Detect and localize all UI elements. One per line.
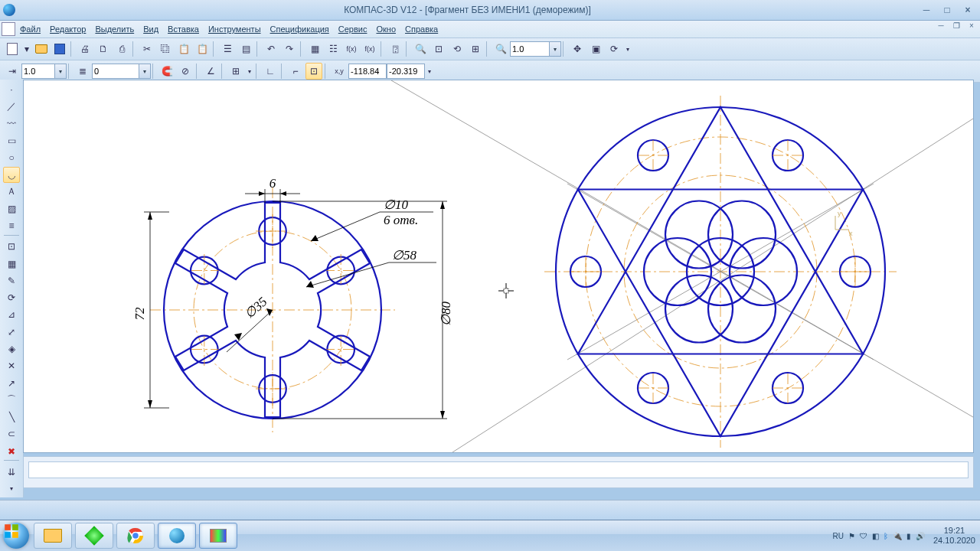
- new-dropdown[interactable]: ▾: [22, 41, 31, 57]
- ortho-button[interactable]: ∟: [262, 63, 279, 80]
- menu-help[interactable]: Справка: [405, 24, 438, 34]
- pan-button[interactable]: ✥: [569, 41, 586, 57]
- mdi-restore[interactable]: ❐: [949, 20, 963, 31]
- point-tool[interactable]: ·: [3, 82, 20, 97]
- modify-tool[interactable]: ✎: [3, 273, 20, 289]
- measure-tool[interactable]: ⊡: [3, 239, 20, 254]
- taskbar-kompas[interactable]: [158, 523, 196, 549]
- zoom-field[interactable]: [510, 41, 550, 57]
- scale-tool[interactable]: ⤢: [3, 324, 20, 340]
- list-button[interactable]: ▤: [237, 41, 254, 57]
- properties-button[interactable]: ☰: [219, 41, 236, 57]
- new-button[interactable]: [4, 41, 21, 57]
- command-input[interactable]: [28, 461, 969, 478]
- grid-button[interactable]: ⊞: [227, 63, 244, 80]
- paste-button[interactable]: 📋: [175, 41, 192, 57]
- grid-drop[interactable]: ▾: [246, 63, 253, 80]
- copy-button[interactable]: ⿻: [157, 41, 174, 57]
- grid-toggle[interactable]: ▦: [306, 41, 323, 57]
- step-field[interactable]: [21, 64, 55, 79]
- paste-special-button[interactable]: 📋: [194, 41, 211, 57]
- layer-icon[interactable]: ≣: [74, 63, 91, 80]
- menu-edit[interactable]: Редактор: [50, 24, 86, 34]
- rect-tool[interactable]: ▭: [3, 133, 20, 148]
- zoom-window-button[interactable]: ⊡: [430, 41, 447, 57]
- taskbar-app-1[interactable]: [75, 523, 113, 549]
- zoom-dropdown[interactable]: ▾: [549, 41, 561, 57]
- drawing-canvas[interactable]: .thin{stroke:#000;stroke-width:0.8;fill:…: [23, 80, 974, 453]
- fillet-tool[interactable]: ⌒: [3, 393, 20, 408]
- chamfer-tool[interactable]: ╲: [3, 409, 20, 425]
- toolbar-overflow[interactable]: ▾: [624, 41, 632, 57]
- trim-tool[interactable]: ✕: [3, 358, 20, 373]
- mdi-minimize[interactable]: ─: [934, 20, 948, 31]
- snap-mode-button[interactable]: ⊡: [305, 63, 322, 80]
- coord-x-field[interactable]: [348, 64, 387, 79]
- taskbar-chrome[interactable]: [116, 523, 155, 549]
- step-dropdown[interactable]: ▾: [54, 64, 67, 79]
- step-button[interactable]: ⇥: [4, 63, 21, 80]
- tray-volume-icon[interactable]: 🔊: [916, 532, 925, 540]
- variables-button[interactable]: f(x): [361, 41, 378, 57]
- fx-button[interactable]: f(x): [343, 41, 360, 57]
- dimension-tool[interactable]: Ａ: [3, 184, 20, 200]
- tray-flag-icon[interactable]: ⚑: [848, 532, 855, 540]
- cancel-tool[interactable]: ✖: [3, 444, 20, 459]
- print-button[interactable]: 🖨: [77, 41, 93, 57]
- save-button[interactable]: [51, 41, 68, 57]
- line-tool[interactable]: ／: [3, 99, 20, 114]
- table-tool[interactable]: ▦: [3, 256, 20, 271]
- taskbar-explorer[interactable]: [34, 523, 72, 549]
- offset-tool[interactable]: ⊂: [3, 426, 20, 442]
- help-pointer-button[interactable]: ⍰: [387, 41, 403, 57]
- polyline-tool[interactable]: 〰: [3, 116, 20, 132]
- zoom-prev-button[interactable]: ⟲: [449, 41, 466, 57]
- text-tool[interactable]: ≡: [3, 218, 20, 233]
- menu-spec[interactable]: Спецификация: [270, 24, 329, 34]
- tray-lang[interactable]: RU: [832, 532, 843, 540]
- menu-window[interactable]: Окно: [376, 24, 396, 34]
- library-tool[interactable]: ⇊: [3, 465, 20, 480]
- refresh-button[interactable]: ⟳: [606, 41, 622, 57]
- angle-snap-button[interactable]: ∠: [202, 63, 219, 80]
- snap-button-2[interactable]: ⊘: [177, 63, 194, 80]
- tray-network-icon[interactable]: ▮: [906, 532, 911, 540]
- layer-dropdown[interactable]: ▾: [139, 64, 151, 79]
- cut-button[interactable]: ✂: [139, 41, 155, 57]
- zoom-fit-button[interactable]: ⊞: [467, 41, 484, 57]
- redo-button[interactable]: ↷: [281, 41, 298, 57]
- circle-tool[interactable]: ○: [3, 150, 20, 165]
- mirror-tool[interactable]: ⊿: [3, 307, 20, 322]
- tray-power-icon[interactable]: 🔌: [893, 532, 902, 540]
- open-button[interactable]: [33, 41, 50, 57]
- tray-clock[interactable]: 19:21 24.10.2020: [933, 526, 975, 546]
- menu-select[interactable]: Выделить: [95, 24, 134, 34]
- layer-field[interactable]: [92, 64, 139, 79]
- menu-file[interactable]: Файл: [20, 24, 41, 34]
- arc-tool[interactable]: ◡: [3, 167, 20, 182]
- tray-bluetooth-icon[interactable]: ᛒ: [884, 532, 888, 540]
- minimize-button[interactable]: ─: [917, 4, 936, 16]
- close-button[interactable]: ×: [959, 4, 977, 16]
- zoom-realtime-button[interactable]: 🔍: [492, 41, 509, 57]
- deform-tool[interactable]: ◈: [3, 341, 20, 357]
- snap-button-1[interactable]: 🧲: [158, 63, 175, 80]
- document-icon[interactable]: [2, 22, 15, 36]
- rotate-tool[interactable]: ⟳: [3, 290, 20, 305]
- layers-button[interactable]: ☷: [325, 41, 341, 57]
- menu-service[interactable]: Сервис: [338, 24, 368, 34]
- mdi-close[interactable]: ×: [965, 20, 978, 31]
- preview-button[interactable]: 🗋: [95, 41, 112, 57]
- tray-app-icon[interactable]: ◧: [872, 532, 879, 540]
- print-setup-button[interactable]: ⎙: [113, 41, 130, 57]
- undo-button[interactable]: ↶: [263, 41, 279, 57]
- extend-tool[interactable]: ↗: [3, 375, 20, 390]
- menu-view[interactable]: Вид: [143, 24, 158, 34]
- menu-tools[interactable]: Инструменты: [208, 24, 261, 34]
- tray-security-icon[interactable]: 🛡: [860, 532, 867, 540]
- toolbar2-overflow[interactable]: ▾: [426, 63, 433, 80]
- zoom-in-button[interactable]: 🔍: [412, 41, 429, 57]
- taskbar-app-2[interactable]: [199, 523, 237, 549]
- maximize-button[interactable]: □: [938, 4, 956, 16]
- round-button[interactable]: ⌐: [287, 63, 304, 80]
